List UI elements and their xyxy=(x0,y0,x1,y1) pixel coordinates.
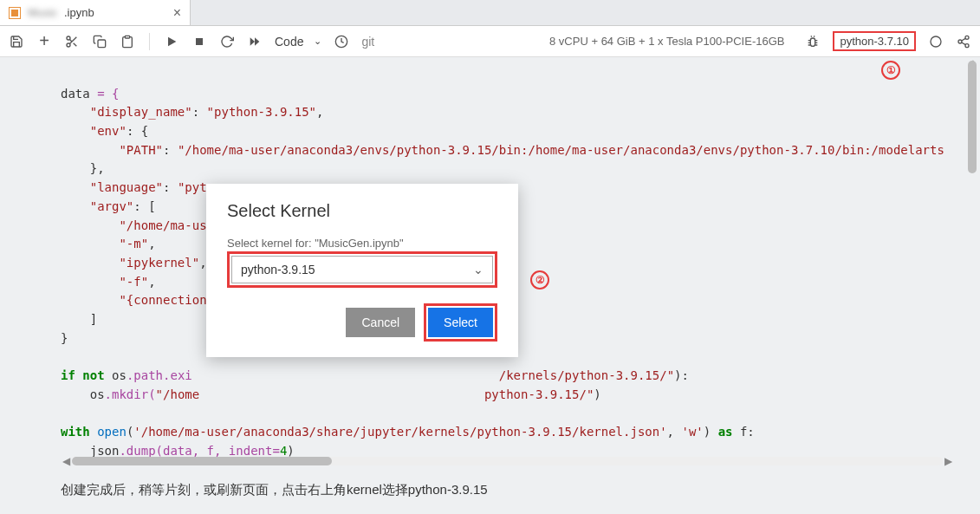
chevron-down-icon: ⌄ xyxy=(473,263,484,277)
save-icon[interactable] xyxy=(9,34,24,49)
select-kernel-dialog: Select Kernel Select kernel for: "MusicG… xyxy=(206,184,518,357)
kernel-select-value: python-3.9.15 xyxy=(241,263,315,277)
notebook-filename-blurred: Music xyxy=(28,6,57,19)
notebook-icon xyxy=(9,7,21,19)
svg-marker-9 xyxy=(250,37,255,45)
copy-icon[interactable] xyxy=(92,34,107,49)
stop-icon[interactable] xyxy=(191,34,207,49)
select-button-highlight: Select xyxy=(424,303,497,342)
svg-point-15 xyxy=(958,40,962,43)
run-icon[interactable] xyxy=(164,34,179,49)
svg-point-13 xyxy=(931,36,941,47)
hardware-info: 8 vCPU + 64 GiB + 1 x Tesla P100-PCIE-16… xyxy=(549,35,784,48)
svg-rect-6 xyxy=(125,36,129,38)
kernel-status-icon xyxy=(928,34,944,49)
horizontal-scrollbar[interactable]: ◀ ▶ xyxy=(61,455,954,467)
scroll-thumb[interactable] xyxy=(72,457,332,465)
svg-point-16 xyxy=(965,43,969,47)
cell-type-label: Code xyxy=(275,35,303,49)
vertical-scroll-thumb[interactable] xyxy=(968,61,977,173)
svg-rect-5 xyxy=(98,40,106,48)
svg-line-17 xyxy=(962,42,966,45)
svg-line-18 xyxy=(962,38,966,41)
clock-icon[interactable] xyxy=(334,34,349,49)
kernel-select[interactable]: python-3.9.15 ⌄ xyxy=(231,256,493,283)
git-label[interactable]: git xyxy=(361,35,374,49)
svg-marker-7 xyxy=(168,36,176,46)
instruction-text: 创建完成后，稍等片刻，或刷新页面，点击右上角kernel选择python-3.9… xyxy=(61,482,488,498)
cut-icon[interactable] xyxy=(64,34,80,49)
kernel-select-highlight: python-3.9.15 ⌄ xyxy=(227,251,497,288)
svg-line-4 xyxy=(69,39,72,42)
dialog-subtitle: Select kernel for: "MusicGen.ipynb" xyxy=(227,237,497,250)
add-cell-icon[interactable]: + xyxy=(36,34,52,49)
restart-icon[interactable] xyxy=(219,34,235,49)
select-button[interactable]: Select xyxy=(428,308,493,337)
notebook-tab[interactable]: Music.ipynb × xyxy=(0,0,191,25)
svg-marker-10 xyxy=(255,37,259,45)
svg-point-0 xyxy=(67,36,70,40)
tab-bar: Music.ipynb × xyxy=(0,0,980,26)
cell-type-select[interactable]: Code ⌄ xyxy=(275,35,321,49)
svg-point-14 xyxy=(965,36,969,39)
run-all-icon[interactable] xyxy=(247,34,263,49)
kernel-name: python-3.7.10 xyxy=(840,35,909,48)
dialog-buttons: Cancel Select xyxy=(227,303,497,342)
cancel-button[interactable]: Cancel xyxy=(346,308,415,337)
svg-point-1 xyxy=(67,43,70,47)
svg-rect-8 xyxy=(196,38,203,45)
bug-icon[interactable] xyxy=(805,34,821,49)
svg-line-3 xyxy=(74,42,77,46)
close-icon[interactable]: × xyxy=(173,5,181,21)
notebook-filename-suffix: .ipynb xyxy=(64,6,94,19)
svg-rect-12 xyxy=(811,38,815,46)
chevron-down-icon: ⌄ xyxy=(314,36,321,47)
share-icon[interactable] xyxy=(956,34,971,49)
paste-icon[interactable] xyxy=(120,34,135,49)
scroll-right-icon[interactable]: ▶ xyxy=(943,455,954,467)
scroll-track[interactable] xyxy=(72,457,943,465)
kernel-indicator[interactable]: python-3.7.10 xyxy=(833,31,916,51)
annotation-2: ② xyxy=(530,270,549,290)
toolbar: + Code ⌄ git 8 vCPU + 64 GiB + 1 x Tesla… xyxy=(0,26,980,57)
scroll-left-icon[interactable]: ◀ xyxy=(61,455,72,467)
dialog-title: Select Kernel xyxy=(227,201,497,221)
